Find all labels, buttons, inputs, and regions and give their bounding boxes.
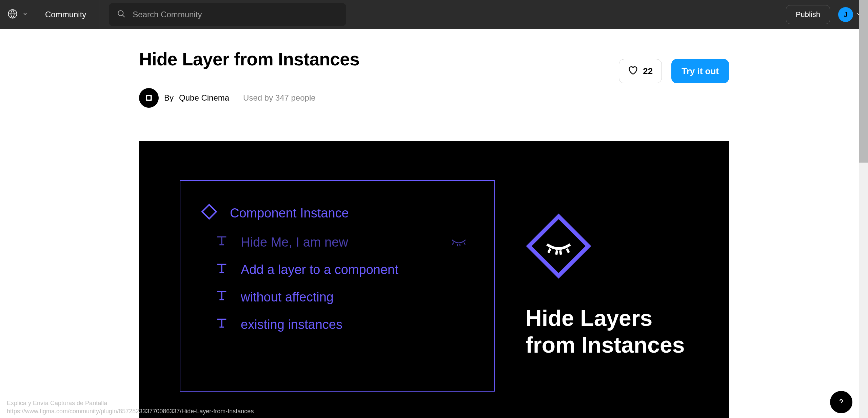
layer-item-3: without affecting xyxy=(194,284,481,311)
hero-image: Component Instance Hide Me, I am new xyxy=(139,141,729,418)
like-button[interactable]: 22 xyxy=(619,59,662,83)
publish-button[interactable]: Publish xyxy=(786,5,830,24)
scrollbar-thumb[interactable] xyxy=(859,0,868,163)
text-layer-icon xyxy=(215,289,229,306)
globe-icon xyxy=(7,9,18,20)
text-layer-icon xyxy=(215,316,229,333)
hero-title-line2: from Instances xyxy=(526,332,685,358)
plugin-logo-icon xyxy=(526,213,592,280)
hero-title: Hide Layers from Instances xyxy=(526,305,685,358)
author-avatar[interactable] xyxy=(139,88,159,108)
action-group: 22 Try it out xyxy=(619,49,729,83)
watermark-line2: https://www.figma.com/community/plugin/8… xyxy=(7,407,254,415)
avatar: J xyxy=(838,7,853,22)
layer-root: Component Instance xyxy=(194,198,481,229)
try-button[interactable]: Try it out xyxy=(671,59,729,83)
chevron-down-icon xyxy=(22,11,28,18)
scrollbar[interactable] xyxy=(859,0,868,418)
main-content: Hide Layer from Instances 22 Try it out xyxy=(0,29,868,418)
header-left-group: Community xyxy=(7,0,346,29)
header-right-group: Publish J xyxy=(786,5,861,24)
hero-title-line1: Hide Layers xyxy=(526,305,685,332)
layer-item-1-label: Hide Me, I am new xyxy=(241,235,348,250)
heart-icon xyxy=(628,65,638,78)
svg-point-1 xyxy=(118,11,123,16)
user-menu[interactable]: J xyxy=(838,7,861,22)
watermark: Explica y Envía Capturas de Pantalla htt… xyxy=(7,399,254,415)
content-wrapper: Hide Layer from Instances 22 Try it out xyxy=(139,49,729,418)
text-layer-icon xyxy=(215,262,229,278)
author-by-label: By xyxy=(164,93,174,103)
author-link[interactable]: Qube Cinema xyxy=(179,93,229,103)
explore-switcher[interactable] xyxy=(7,0,32,29)
search-input[interactable] xyxy=(133,10,338,19)
page-title: Hide Layer from Instances xyxy=(139,49,359,69)
meta-row: By Qube Cinema Used by 347 people xyxy=(139,88,729,108)
top-navbar: Community Publish J xyxy=(0,0,868,29)
like-count: 22 xyxy=(643,66,653,77)
title-row: Hide Layer from Instances 22 Try it out xyxy=(139,49,729,83)
layer-item-2-label: Add a layer to a component xyxy=(241,263,398,277)
layer-item-4: existing instances xyxy=(194,311,481,338)
layer-panel-illustration: Component Instance Hide Me, I am new xyxy=(180,180,495,392)
layer-root-label: Component Instance xyxy=(230,206,349,221)
text-layer-icon xyxy=(215,234,229,251)
layer-item-1: Hide Me, I am new xyxy=(194,229,481,256)
hidden-icon xyxy=(450,235,467,250)
community-link[interactable]: Community xyxy=(32,0,99,29)
hero-right-group: Hide Layers from Instances xyxy=(526,213,685,358)
component-instance-icon xyxy=(201,203,218,223)
layer-item-4-label: existing instances xyxy=(241,317,342,332)
watermark-line1: Explica y Envía Capturas de Pantalla xyxy=(7,399,254,407)
layer-item-2: Add a layer to a component xyxy=(194,256,481,284)
layer-item-3-label: without affecting xyxy=(241,290,334,305)
usage-text: Used by 347 people xyxy=(243,93,316,103)
search-icon xyxy=(117,9,126,20)
search-container[interactable] xyxy=(109,3,346,26)
divider xyxy=(236,93,236,103)
help-button[interactable] xyxy=(830,391,852,413)
svg-rect-3 xyxy=(147,96,151,100)
